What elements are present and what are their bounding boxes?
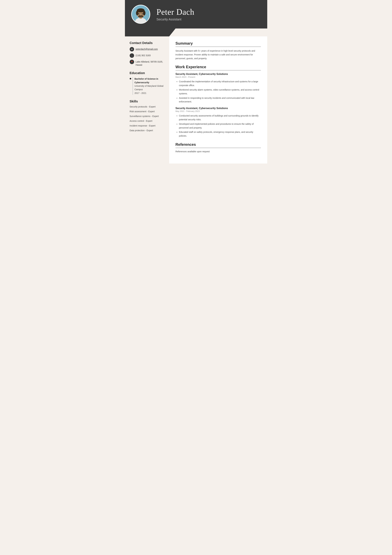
- job-bullets-0: Coordinated the implementation of securi…: [176, 80, 261, 104]
- resume-header: Peter Dach Security Assistant: [125, 0, 267, 29]
- email-icon: ✉: [130, 47, 134, 51]
- edu-degree: Bachelor of Science in Cybersecurity: [135, 77, 164, 84]
- summary-section: Summary Security Assistant with 5+ years…: [176, 41, 261, 60]
- job-dates-1: May 2021 - February 2023: [176, 110, 261, 112]
- education-section-title: Education: [130, 71, 164, 75]
- job-bullets-1: Conducted security assessments of buildi…: [176, 114, 261, 138]
- contact-section: Contact Details ✉ peterdach@gmail.com 📞 …: [130, 41, 164, 66]
- skill-item: Surveillance systems - Expert: [130, 115, 164, 117]
- edu-content: Bachelor of Science in Cybersecurity Uni…: [133, 77, 164, 95]
- location-icon: 📍: [130, 60, 134, 64]
- svg-point-12: [142, 13, 143, 14]
- job-dates-0: March 2023 - Present: [176, 76, 261, 78]
- contact-address-item: 📍 Lake Allieland, 58705-3105, Hawaii: [130, 60, 164, 66]
- edu-years: 2017 - 2021: [135, 91, 164, 95]
- contact-email-item: ✉ peterdach@gmail.com: [130, 47, 164, 51]
- education-section: Education Bachelor of Science in Cyberse…: [130, 71, 164, 95]
- references-title: References: [176, 142, 261, 148]
- contact-phone-item: 📞 (116) 302 3183: [130, 53, 164, 58]
- jobs-list: Security Assistant, Cybersecurity Soluti…: [176, 73, 261, 138]
- edu-school: University of Maryland Global Campus: [135, 84, 164, 91]
- skill-item: Risk assessment - Expert: [130, 110, 164, 113]
- skill-item: Incident response - Expert: [130, 124, 164, 127]
- education-item: Bachelor of Science in Cybersecurity Uni…: [130, 77, 164, 95]
- job-title-0: Security Assistant, Cybersecurity Soluti…: [176, 73, 261, 75]
- contact-section-title: Contact Details: [130, 41, 164, 45]
- main-content: Summary Security Assistant with 5+ years…: [169, 37, 267, 163]
- sidebar: Contact Details ✉ peterdach@gmail.com 📞 …: [125, 37, 169, 163]
- skills-section: Skills Security protocols - ExpertRisk a…: [130, 100, 164, 132]
- skill-item: Access control - Expert: [130, 120, 164, 122]
- candidate-name: Peter Dach: [157, 7, 194, 17]
- bullet-item: Conducted security assessments of buildi…: [179, 114, 261, 122]
- svg-point-11: [138, 13, 139, 14]
- bullet-item: Assisted in responding to security incid…: [179, 96, 261, 104]
- header-info: Peter Dach Security Assistant: [157, 7, 194, 21]
- bullet-item: Developed and implemented policies and p…: [179, 122, 261, 130]
- references-section: References References available upon req…: [176, 142, 261, 153]
- edu-bullet-icon: [130, 78, 131, 80]
- summary-text: Security Assistant with 5+ years of expe…: [176, 49, 261, 60]
- avatar: [131, 5, 150, 24]
- svg-point-13: [140, 15, 141, 16]
- skills-list: Security protocols - ExpertRisk assessme…: [130, 105, 164, 132]
- job-title-1: Security Assistant, Cybersecurity Soluti…: [176, 107, 261, 110]
- work-experience-section: Work Experience Security Assistant, Cybe…: [176, 65, 261, 138]
- email-text: peterdach@gmail.com: [136, 47, 158, 51]
- phone-icon: 📞: [130, 53, 134, 58]
- work-experience-title: Work Experience: [176, 65, 261, 70]
- skill-item: Data protection - Expert: [130, 129, 164, 132]
- bullet-item: Educated staff on safety protocols, emer…: [179, 130, 261, 138]
- references-text: References available upon request: [176, 150, 261, 153]
- phone-text: (116) 302 3183: [136, 53, 151, 57]
- skills-section-title: Skills: [130, 100, 164, 103]
- candidate-title: Security Assistant: [157, 18, 194, 21]
- bullet-item: Monitored security alarm systems, video …: [179, 88, 261, 96]
- bullet-item: Coordinated the implementation of securi…: [179, 80, 261, 87]
- summary-title: Summary: [176, 41, 261, 47]
- address-text: Lake Allieland, 58705-3105, Hawaii: [136, 60, 164, 66]
- chevron-decoration: [125, 29, 267, 37]
- main-layout: Contact Details ✉ peterdach@gmail.com 📞 …: [125, 37, 267, 163]
- skill-item: Security protocols - Expert: [130, 105, 164, 108]
